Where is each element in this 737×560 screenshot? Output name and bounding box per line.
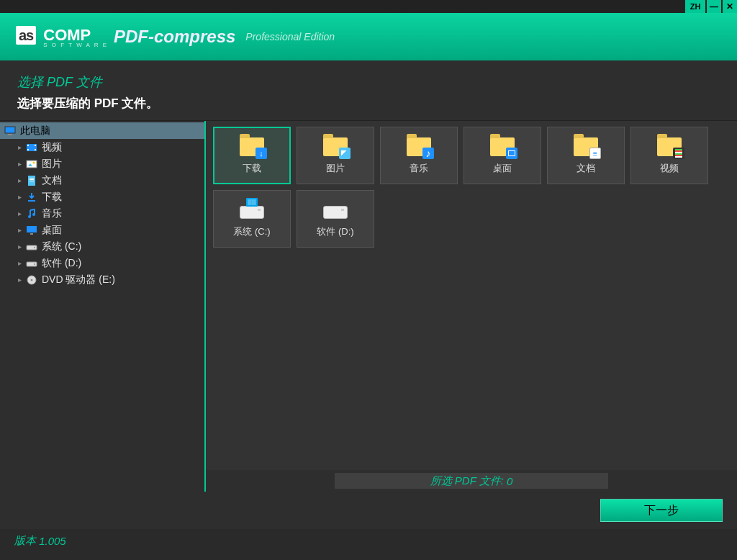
svg-rect-4 [27, 149, 29, 150]
tile-label: 文档 [577, 162, 595, 175]
tile-label: 下载 [243, 162, 261, 175]
expand-icon[interactable] [16, 143, 23, 151]
tile-downloads[interactable]: 下载 [213, 127, 291, 184]
expand-icon[interactable] [16, 259, 23, 267]
tree-item-music[interactable]: 音乐 [0, 205, 204, 222]
main-body: 此电脑 视频 图片 文档 下载 音乐 [0, 120, 737, 470]
language-button[interactable]: ZH [685, 0, 705, 13]
title-bar: ZH — ✕ [0, 0, 737, 13]
status-count: 0 [507, 475, 512, 487]
tree-item-label: 视频 [42, 141, 62, 154]
version-label: 版本 [14, 534, 36, 548]
tree-item-label: 音乐 [42, 207, 62, 220]
tile-label: 音乐 [410, 162, 428, 175]
svg-point-22 [34, 263, 35, 265]
svg-rect-17 [27, 226, 37, 232]
status-row: 所选 PDF 文件: 0 [0, 470, 737, 492]
expand-icon[interactable] [16, 276, 23, 284]
svg-point-15 [28, 215, 31, 218]
logo-box: as [16, 26, 36, 45]
folder-icon [656, 136, 683, 158]
svg-rect-3 [27, 145, 29, 146]
windows-badge-icon [246, 198, 258, 207]
selected-files-status: 所选 PDF 文件: 0 [335, 473, 608, 489]
tile-desktop[interactable]: 桌面 [464, 127, 541, 184]
tile-drive-d[interactable]: 软件 (D:) [297, 190, 374, 248]
tile-music[interactable]: 音乐 [380, 127, 458, 184]
tree-root-this-pc[interactable]: 此电脑 [0, 122, 204, 139]
expand-icon[interactable] [16, 176, 23, 184]
tree-item-downloads[interactable]: 下载 [0, 189, 204, 205]
tree-item-drive-c[interactable]: 系统 (C:) [0, 238, 204, 255]
film-overlay-icon [673, 148, 684, 159]
tile-label: 视频 [660, 162, 679, 175]
expand-icon[interactable] [16, 193, 23, 201]
status-prefix: 所选 PDF 文件: [430, 474, 504, 488]
expand-icon[interactable] [16, 243, 23, 250]
svg-rect-5 [35, 145, 36, 146]
drive-icon [26, 241, 37, 253]
svg-point-20 [34, 247, 35, 248]
folder-tree[interactable]: 此电脑 视频 图片 文档 下载 音乐 [0, 121, 206, 470]
page-subtitle: 选择要压缩的 PDF 文件。 [17, 95, 720, 112]
music-icon [26, 208, 37, 220]
tree-item-drive-d[interactable]: 软件 (D:) [0, 255, 204, 271]
footer: 下一步 [0, 492, 737, 529]
folder-icon [572, 136, 600, 158]
svg-rect-1 [8, 134, 12, 135]
svg-rect-14 [28, 200, 35, 202]
drive-icon [26, 258, 37, 269]
tree-item-label: 图片 [42, 158, 62, 171]
svg-point-9 [33, 161, 35, 163]
tree-item-documents[interactable]: 文档 [0, 172, 204, 189]
svg-rect-18 [30, 233, 33, 235]
next-button[interactable]: 下一步 [600, 499, 723, 522]
product-name: PDF-compress [114, 27, 235, 47]
music-note-icon [422, 148, 434, 159]
folder-grid: 下载 图片 音乐 桌面 文档 视频 [213, 127, 730, 248]
close-button[interactable]: ✕ [723, 0, 737, 13]
tile-label: 桌面 [493, 162, 512, 175]
video-icon [26, 142, 37, 153]
tree-item-label: 下载 [42, 191, 62, 204]
page-headings: 选择 PDF 文件 选择要压缩的 PDF 文件。 [0, 60, 737, 120]
tree-item-label: 系统 (C:) [42, 240, 81, 253]
tile-label: 软件 (D:) [317, 225, 353, 238]
tile-documents[interactable]: 文档 [547, 127, 625, 184]
document-icon [26, 175, 37, 186]
app-header: as COMP S O F T W A R E PDF-compress Pro… [0, 13, 737, 60]
download-icon [26, 191, 37, 203]
tile-pictures[interactable]: 图片 [297, 127, 374, 184]
logo-comp: COMP [43, 28, 108, 42]
doc-overlay-icon [589, 148, 601, 159]
drive-icon [238, 199, 266, 221]
tile-videos[interactable]: 视频 [630, 127, 708, 184]
svg-point-16 [32, 213, 35, 216]
disc-icon [26, 274, 37, 286]
tree-item-label: 文档 [42, 174, 62, 187]
tree-root-label: 此电脑 [20, 125, 50, 137]
tree-item-dvd[interactable]: DVD 驱动器 (E:) [0, 271, 204, 288]
tree-item-pictures[interactable]: 图片 [0, 155, 204, 172]
svg-rect-11 [30, 178, 34, 179]
picture-icon [26, 158, 37, 170]
folder-icon [238, 136, 266, 158]
expand-icon[interactable] [16, 209, 23, 217]
download-arrow-icon [256, 148, 267, 159]
version-bar: 版本 1.005 [0, 529, 737, 552]
screen-overlay-icon [506, 148, 517, 159]
tree-item-desktop[interactable]: 桌面 [0, 222, 204, 238]
expand-icon[interactable] [16, 226, 23, 234]
photo-overlay-icon [339, 148, 351, 159]
folder-icon [405, 136, 433, 158]
tile-label: 图片 [326, 162, 345, 175]
minimize-button[interactable]: — [707, 0, 721, 13]
desktop-icon [26, 225, 37, 236]
tile-drive-c[interactable]: 系统 (C:) [213, 190, 291, 248]
tree-item-video[interactable]: 视频 [0, 139, 204, 155]
version-number: 1.005 [39, 535, 66, 547]
svg-rect-7 [27, 161, 37, 168]
expand-icon[interactable] [16, 160, 23, 168]
svg-rect-6 [35, 149, 36, 150]
tree-item-label: 软件 (D:) [42, 257, 81, 270]
